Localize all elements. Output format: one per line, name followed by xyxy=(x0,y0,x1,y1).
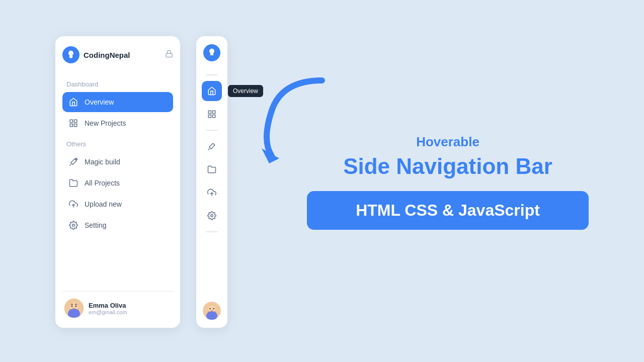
nav-label-overview: Overview xyxy=(85,98,114,106)
tech-badge: HTML CSS & JavaScript xyxy=(307,191,589,230)
svg-point-25 xyxy=(213,308,214,310)
collapsed-logo xyxy=(203,44,220,61)
collapsed-folder-icon xyxy=(207,165,216,174)
sidebar-brand: CodingNepal xyxy=(62,46,130,63)
svg-rect-16 xyxy=(208,115,211,118)
svg-rect-3 xyxy=(74,120,77,122)
avatar xyxy=(64,299,84,318)
sidebar-footer: Emma Oliva em@gmail.com xyxy=(62,291,173,318)
nav-item-magic-build[interactable]: Magic build xyxy=(62,152,173,172)
user-name: Emma Oliva xyxy=(89,302,127,309)
nav-item-overview[interactable]: Overview xyxy=(62,92,173,112)
svg-rect-1 xyxy=(166,53,172,57)
collapsed-nav-item-upload[interactable] xyxy=(202,183,222,203)
brand-logo-icon xyxy=(66,50,76,60)
svg-rect-15 xyxy=(213,111,215,113)
collapsed-footer xyxy=(203,302,221,320)
nav-label-setting: Setting xyxy=(85,221,107,229)
collapsed-nav-item-folder[interactable] xyxy=(202,159,222,179)
collapsed-divider-1 xyxy=(206,74,218,75)
collapsed-brand-icon xyxy=(207,48,217,58)
nav-label-all-projects: All Projects xyxy=(85,179,120,187)
folder-icon xyxy=(68,178,78,188)
collapsed-avatar-svg xyxy=(203,302,221,320)
collapsed-nav-item-settings[interactable] xyxy=(202,206,222,226)
collapsed-upload-icon xyxy=(207,188,216,197)
svg-rect-4 xyxy=(70,124,72,127)
brand-name: CodingNepal xyxy=(84,51,130,59)
svg-point-19 xyxy=(211,215,213,217)
nav-label-magic-build: Magic build xyxy=(85,158,120,166)
collapsed-home-icon xyxy=(207,86,216,96)
sidebar-expanded: CodingNepal Dashboard Overview New xyxy=(55,36,180,328)
svg-point-24 xyxy=(209,308,211,310)
grid-icon xyxy=(68,118,78,128)
collapsed-magic-icon xyxy=(207,142,216,151)
settings-icon xyxy=(68,220,78,230)
collapsed-nav-item-magic[interactable] xyxy=(202,136,222,156)
collapsed-divider-2 xyxy=(206,130,218,131)
svg-rect-14 xyxy=(208,111,211,113)
nav-label-upload-new: Upload new xyxy=(85,200,122,208)
collapsed-nav-item-projects[interactable] xyxy=(202,104,222,124)
side-nav-label: Side Navigation Bar xyxy=(343,154,552,179)
collapsed-nav-item-overview[interactable]: Overview xyxy=(202,81,222,101)
nav-label-new-projects: New Projects xyxy=(85,119,126,127)
svg-rect-2 xyxy=(70,120,72,122)
upload-icon xyxy=(68,199,78,209)
nav-item-upload-new[interactable]: Upload new xyxy=(62,194,173,214)
brand-logo xyxy=(62,46,79,63)
nav-item-new-projects[interactable]: New Projects xyxy=(62,113,173,133)
svg-point-7 xyxy=(72,224,75,227)
sidebar-header: CodingNepal xyxy=(62,46,173,63)
nav-item-setting[interactable]: Setting xyxy=(62,215,173,235)
collapsed-divider-3 xyxy=(206,231,218,232)
nav-item-all-projects[interactable]: All Projects xyxy=(62,173,173,193)
collapsed-grid-icon xyxy=(207,110,216,119)
sidebar-collapsed: Overview xyxy=(196,36,227,328)
user-email: em@gmail.com xyxy=(89,309,127,315)
svg-point-12 xyxy=(71,306,73,307)
svg-rect-0 xyxy=(70,57,72,58)
magic-icon xyxy=(68,157,78,167)
svg-rect-17 xyxy=(213,115,215,118)
hoverable-label: Hoverable xyxy=(416,134,479,150)
user-info: Emma Oliva em@gmail.com xyxy=(89,302,127,315)
collapsed-avatar xyxy=(203,302,221,320)
section-label-others: Others xyxy=(62,138,173,150)
svg-rect-5 xyxy=(74,124,77,127)
avatar-svg xyxy=(64,299,84,318)
right-content: Hoverable Side Navigation Bar HTML CSS &… xyxy=(282,36,614,328)
section-label-dashboard: Dashboard xyxy=(62,78,173,90)
collapsed-settings-icon xyxy=(207,211,216,220)
home-icon xyxy=(68,97,78,107)
lock-icon xyxy=(165,50,173,60)
svg-point-13 xyxy=(75,306,77,307)
